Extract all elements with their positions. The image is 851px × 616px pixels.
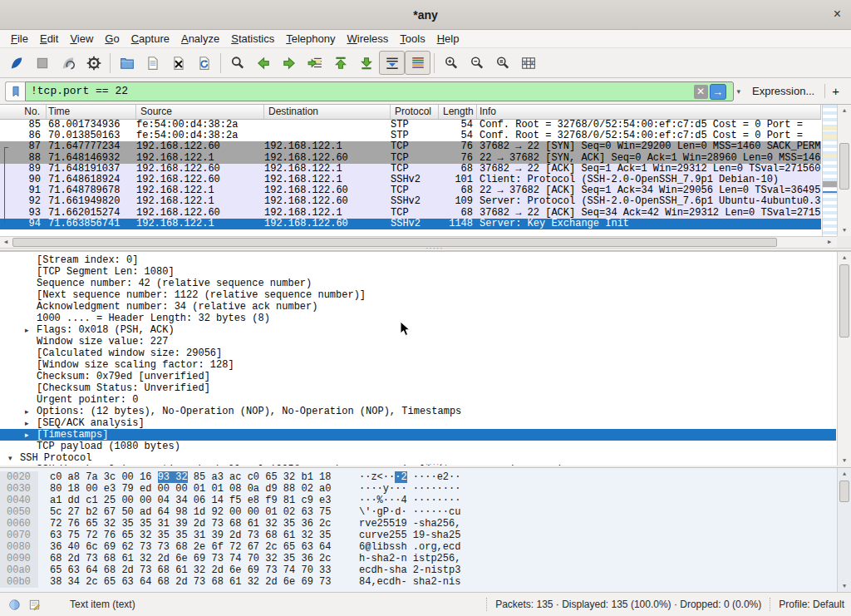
capture-stop-icon[interactable]	[29, 51, 55, 75]
expression-button[interactable]: Expression...	[745, 85, 823, 97]
close-icon[interactable]: ×	[834, 7, 841, 22]
packet-row[interactable]: 8771.647777234192.168.122.60192.168.122.…	[0, 141, 821, 152]
menu-item-capture[interactable]: Capture	[125, 31, 175, 47]
status-profile[interactable]: Profile: Default	[779, 599, 844, 610]
collapse-icon[interactable]: ▾	[8, 452, 12, 464]
file-close-icon[interactable]	[165, 51, 191, 75]
packet-list-minimap[interactable]	[822, 105, 837, 236]
filter-clear-icon[interactable]: ✕	[694, 85, 708, 99]
scroll-thumb[interactable]	[839, 480, 849, 502]
capture-options-icon[interactable]	[81, 51, 106, 75]
capture-restart-icon[interactable]	[55, 51, 81, 75]
column-header-time[interactable]: Time	[47, 105, 136, 119]
detail-line[interactable]: 1000 .... = Header Length: 32 bytes (8)	[0, 313, 836, 324]
detail-line[interactable]: Urgent pointer: 0	[0, 394, 836, 406]
detail-line[interactable]: Window size value: 227	[0, 336, 836, 347]
go-last-icon[interactable]	[353, 51, 379, 75]
find-packet-icon[interactable]	[224, 51, 250, 75]
menu-item-wireless[interactable]: Wireless	[342, 31, 395, 47]
scroll-down-icon[interactable]: ▼	[838, 580, 851, 592]
column-header-no[interactable]: No.	[0, 105, 47, 119]
column-header-length[interactable]: Length	[439, 105, 477, 119]
menu-item-tools[interactable]: Tools	[394, 31, 430, 47]
hex-row[interactable]: 006072 76 65 32 35 35 31 39 2d 73 68 61 …	[0, 518, 851, 530]
packet-row[interactable]: 9171.648789678192.168.122.1192.168.122.6…	[0, 185, 821, 196]
filter-apply-icon[interactable]: →	[710, 84, 726, 100]
column-header-info[interactable]: Info	[477, 105, 821, 119]
packet-row[interactable]: 9271.661949820192.168.122.1192.168.122.6…	[0, 196, 821, 207]
scroll-up-icon[interactable]: ▲	[838, 105, 851, 116]
column-header-source[interactable]: Source	[136, 105, 264, 119]
expert-info-icon[interactable]	[7, 597, 22, 612]
hex-row[interactable]: 008036 40 6c 69 62 73 73 68 2e 6f 72 67 …	[0, 541, 851, 553]
capture-start-icon[interactable]	[3, 51, 29, 75]
expand-icon[interactable]: ▸	[25, 324, 29, 336]
hex-row[interactable]: 0020c0 a8 7a 3c 00 16 93 32 85 a3 ac c0 …	[0, 471, 851, 483]
column-header-destination[interactable]: Destination	[264, 105, 391, 119]
auto-scroll-icon[interactable]	[379, 51, 405, 75]
filter-dropdown-caret-icon[interactable]: ▾	[734, 87, 746, 96]
menu-item-statistics[interactable]: Statistics	[225, 31, 280, 47]
hex-row[interactable]: 00b038 34 2c 65 63 64 68 2d 73 68 61 32 …	[0, 576, 851, 588]
scroll-left-icon[interactable]: ◀	[0, 237, 12, 248]
menu-item-telephony[interactable]: Telephony	[280, 31, 341, 47]
detail-line[interactable]: ▾SSH Protocol	[0, 452, 836, 464]
capture-comment-icon[interactable]	[27, 597, 42, 612]
detail-line[interactable]: ▸Options: (12 bytes), No-Operation (NOP)…	[0, 406, 836, 417]
go-first-icon[interactable]	[327, 51, 353, 75]
packet-list-hscrollbar[interactable]: ◀ ▶	[0, 236, 837, 248]
detail-line[interactable]: [Next sequence number: 1122 (relative se…	[0, 289, 836, 301]
colorize-icon[interactable]	[405, 51, 430, 75]
packet-row[interactable]: 9471.663856741192.168.122.1192.168.122.6…	[0, 219, 821, 229]
detail-line[interactable]: ▸Flags: 0x018 (PSH, ACK)	[0, 324, 836, 336]
details-vscrollbar[interactable]: ▲ ▼	[837, 252, 851, 466]
file-open-icon[interactable]	[114, 51, 140, 75]
expand-icon[interactable]: ▸	[25, 406, 29, 417]
hex-row[interactable]: 009068 2d 73 68 61 32 2d 6e 69 73 74 70 …	[0, 553, 851, 564]
hex-row[interactable]: 00a065 63 64 68 2d 73 68 61 32 2d 6e 69 …	[0, 564, 851, 576]
packet-list-vscrollbar[interactable]: ▲ ▼	[837, 105, 851, 236]
packet-row[interactable]: 8568.001734936fe:54:00:d4:38:2aSTP54Conf…	[0, 120, 821, 131]
column-header-protocol[interactable]: Protocol	[391, 105, 439, 119]
file-save-icon[interactable]	[140, 51, 165, 75]
filter-input[interactable]: !tcp.port == 22 ✕ →	[25, 81, 734, 101]
detail-line[interactable]: ▸[Timestamps]	[0, 429, 836, 441]
scroll-right-icon[interactable]: ▶	[824, 237, 835, 248]
detail-line[interactable]: Acknowledgment number: 34 (relative ack …	[0, 301, 836, 313]
scroll-down-icon[interactable]: ▼	[838, 455, 851, 466]
menu-item-analyze[interactable]: Analyze	[175, 31, 225, 47]
scroll-thumb[interactable]	[839, 264, 849, 338]
filter-text[interactable]: !tcp.port == 22	[31, 85, 128, 97]
zoom-out-icon[interactable]	[464, 51, 489, 75]
detail-line[interactable]: [Window size scaling factor: 128]	[0, 359, 836, 371]
scroll-down-icon[interactable]: ▼	[838, 224, 851, 236]
menu-item-help[interactable]: Help	[431, 31, 465, 47]
packet-row[interactable]: 8971.648191037192.168.122.60192.168.122.…	[0, 164, 821, 175]
bookmark-icon[interactable]	[5, 81, 25, 101]
scroll-thumb[interactable]	[839, 143, 849, 190]
scroll-up-icon[interactable]: ▲	[838, 252, 851, 264]
detail-line[interactable]: [Stream index: 0]	[0, 254, 836, 266]
packet-row[interactable]: 8871.648146932192.168.122.1192.168.122.6…	[0, 153, 821, 164]
expand-icon[interactable]: ▸	[25, 429, 29, 441]
go-forward-icon[interactable]	[276, 51, 302, 75]
hex-row[interactable]: 0040a1 dd c1 25 00 00 04 34 06 14 f5 e8 …	[0, 495, 851, 506]
detail-line[interactable]: TCP payload (1080 bytes)	[0, 441, 836, 452]
detail-line[interactable]: [Checksum Status: Unverified]	[0, 382, 836, 394]
menu-item-view[interactable]: View	[64, 31, 99, 47]
resize-columns-icon[interactable]	[515, 51, 541, 75]
detail-line[interactable]: [TCP Segment Len: 1080]	[0, 266, 836, 278]
scroll-thumb[interactable]	[12, 238, 777, 247]
file-reload-icon[interactable]	[191, 51, 217, 75]
expand-icon[interactable]: ▸	[25, 417, 29, 429]
zoom-reset-icon[interactable]	[489, 51, 515, 75]
packet-row[interactable]: 9371.662015274192.168.122.60192.168.122.…	[0, 208, 821, 219]
detail-line[interactable]: Sequence number: 42 (relative sequence n…	[0, 278, 836, 289]
hex-row[interactable]: 003080 18 00 e3 79 ed 00 00 01 01 08 0a …	[0, 483, 851, 495]
detail-line[interactable]: [Calculated window size: 29056]	[0, 347, 836, 359]
go-back-icon[interactable]	[250, 51, 276, 75]
go-to-packet-icon[interactable]	[302, 51, 327, 75]
menu-item-go[interactable]: Go	[99, 31, 125, 47]
scroll-up-icon[interactable]: ▲	[838, 468, 851, 480]
detail-line[interactable]: ▸[SEQ/ACK analysis]	[0, 417, 836, 429]
